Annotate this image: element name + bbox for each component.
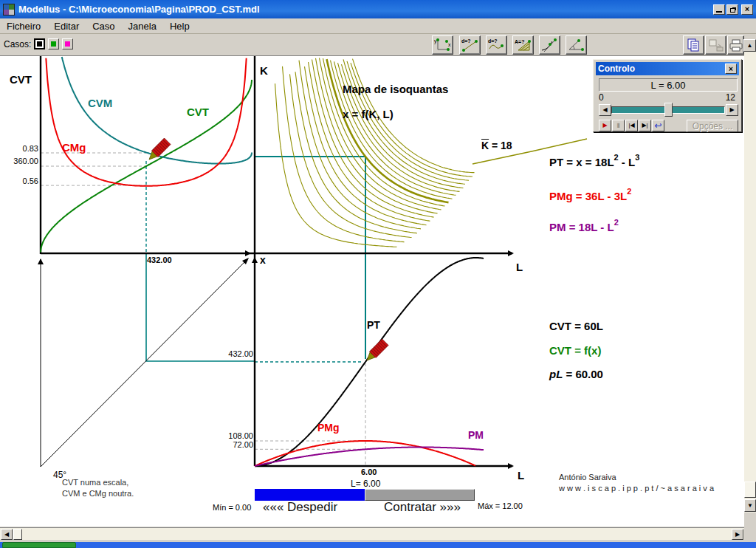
pause-button[interactable]: ▮ <box>612 120 625 131</box>
scroll-right-button[interactable]: ▶ <box>732 529 743 540</box>
slider-thumb[interactable] <box>664 103 673 117</box>
play-button[interactable]: ▶ <box>599 120 611 131</box>
fire-label[interactable]: ««« Despedir <box>263 500 337 515</box>
caso-1-button[interactable] <box>34 38 45 49</box>
cvt-cost-formula: CVT = 60L <box>549 320 603 332</box>
start-button-edge <box>2 542 76 548</box>
measure-curve-icon: d=? <box>487 37 506 53</box>
menu-help[interactable]: Help <box>163 19 196 33</box>
isoquant-map-subtitle: x = f(K, L) <box>343 108 394 120</box>
measure-area-button[interactable]: A=? <box>512 35 534 55</box>
angle-icon <box>567 37 585 53</box>
pt-curve-label: PT <box>367 319 380 331</box>
slider-right-button[interactable]: ▶ <box>726 104 738 116</box>
angle-button[interactable] <box>566 35 587 55</box>
tangent-button[interactable] <box>539 35 560 55</box>
bar-track[interactable] <box>365 489 475 501</box>
tick-cvt: 360.00 <box>1 157 38 165</box>
caso-3-swatch <box>65 41 70 47</box>
cvt-curve-label: CVT <box>187 106 209 118</box>
pm-curve-label: PM <box>468 429 484 441</box>
restore-button[interactable] <box>726 4 738 15</box>
title-bar: Modellus - C:\Microeconomia\Pagina\PROD_… <box>0 0 756 18</box>
controlo-close-icon: × <box>729 65 733 73</box>
pm-formula: PM = 18L - L2 <box>549 219 619 233</box>
scroll-left-button[interactable]: ◀ <box>1 529 13 540</box>
svg-text:d=?: d=? <box>461 38 471 44</box>
step-forward-button[interactable]: ▶| <box>639 120 651 131</box>
copy-icon <box>684 37 703 53</box>
modellus-window: Modellus - C:\Microeconomia\Pagina\PROD_… <box>0 0 756 548</box>
pmg-curve-label: PMg <box>317 422 340 434</box>
controlo-close-button[interactable]: × <box>725 64 737 74</box>
tick-432-cost: 432.00 <box>147 256 172 264</box>
scale-note-1: CVT numa escala, <box>62 478 128 487</box>
svg-text:A=?: A=? <box>515 39 524 44</box>
scroll-up-button[interactable]: ▲ <box>743 39 756 52</box>
rewind-button[interactable]: ↩ <box>652 120 664 131</box>
window-title: Modellus - C:\Microeconomia\Pagina\PROD_… <box>18 4 712 15</box>
horizontal-scrollbar[interactable] <box>0 527 744 540</box>
menu-janela[interactable]: Janela <box>122 19 163 33</box>
credit-name: António Saraiva <box>559 473 616 482</box>
bar-l-value: L= 6.00 <box>351 479 380 489</box>
toolbar <box>0 34 756 56</box>
k-axis-label: K <box>260 64 268 77</box>
close-icon: × <box>745 5 749 13</box>
tick-cvm: 0.83 <box>1 144 38 153</box>
measure-curve-button[interactable]: d=? <box>486 35 507 55</box>
menu-caso[interactable]: Caso <box>86 19 121 33</box>
restore-icon <box>730 8 735 13</box>
caso-2-swatch <box>51 41 56 47</box>
measure-axes-button[interactable]: y x <box>432 35 453 55</box>
pmg-formula: PMg = 36L - 3L2 <box>549 188 631 202</box>
options-button[interactable]: Opções ... <box>687 120 738 132</box>
caso-1-swatch <box>37 41 42 47</box>
bar-min-label: Mín = 0.00 <box>213 503 251 512</box>
scroll-right-icon: ▶ <box>735 531 740 538</box>
bar-fill[interactable] <box>255 489 365 501</box>
tick-6: 6.00 <box>361 467 377 476</box>
menu-editar[interactable]: Editar <box>47 19 86 33</box>
horizontal-scroll-thumb[interactable] <box>13 529 22 540</box>
vertical-scrollbar[interactable] <box>744 52 756 513</box>
minimize-icon <box>716 11 722 13</box>
scroll-up-icon: ▲ <box>747 42 753 49</box>
tick-cmg: 0.56 <box>1 177 38 185</box>
measure-distance-icon: d=? <box>461 37 479 53</box>
minimize-button[interactable] <box>713 4 725 15</box>
controlo-window: Controlo × L = 6.00 0 12 ◀ ▶ ▶ ▮ |◀ ▶| ↩… <box>593 59 742 132</box>
slider-left-button[interactable]: ◀ <box>599 104 611 116</box>
pl-value: pL = 60.00 <box>549 368 603 380</box>
tick-72: 72.00 <box>216 440 253 449</box>
measure-distance-button[interactable]: d=? <box>459 35 481 55</box>
step-back-button[interactable]: |◀ <box>625 120 638 131</box>
taskbar-edge <box>0 542 756 548</box>
measure-area-icon: A=? <box>514 37 532 53</box>
caso-3-button[interactable] <box>62 38 73 49</box>
export-button[interactable] <box>705 35 726 55</box>
close-button[interactable]: × <box>741 4 753 15</box>
tick-432-prod: 432.00 <box>216 349 253 358</box>
scroll-down-button[interactable]: ▼ <box>744 499 756 512</box>
print-button[interactable] <box>727 35 744 55</box>
copy-button[interactable] <box>683 35 704 55</box>
credit-url: w w w . i s c a p . i p p . p t / ~ a s … <box>559 484 714 493</box>
print-icon <box>728 37 743 53</box>
isoquant-l-axis-label: L <box>516 261 523 273</box>
caso-2-button[interactable] <box>48 38 59 49</box>
vertical-scroll-thumb[interactable] <box>744 482 756 498</box>
bar-max-label: Máx = 12.00 <box>478 501 523 510</box>
casos-selector: Casos: <box>4 38 73 49</box>
isoquant-map-title: Mapa de isoquantas <box>343 83 448 95</box>
svg-text:x: x <box>448 42 451 47</box>
cvm-curve-label: CVM <box>88 97 112 109</box>
x-axis-label: x <box>260 254 266 266</box>
menu-ficheiro[interactable]: Ficheiro <box>0 19 47 33</box>
controlo-title-bar[interactable]: Controlo × <box>596 62 739 75</box>
hire-label[interactable]: Contratar »»» <box>384 500 461 515</box>
svg-text:d=?: d=? <box>488 38 498 44</box>
measure-axes-icon: y x <box>433 37 452 53</box>
app-icon <box>3 4 15 16</box>
cvt-fx-formula: CVT = f(x) <box>549 344 601 357</box>
